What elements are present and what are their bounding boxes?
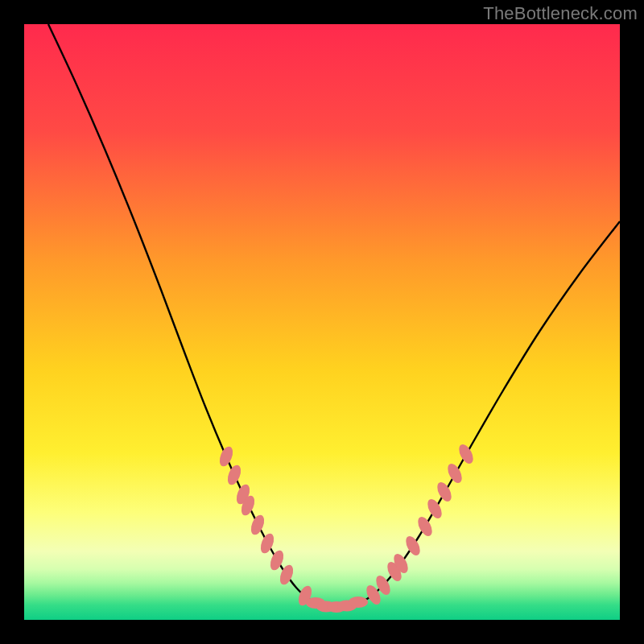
- watermark-text: TheBottleneck.com: [483, 3, 638, 24]
- curve-layer: [24, 24, 620, 620]
- plot-area: [24, 24, 620, 620]
- data-marker: [217, 444, 236, 468]
- data-marker: [456, 442, 477, 466]
- bottleneck-curve: [48, 24, 620, 607]
- data-marker: [249, 513, 267, 536]
- data-marker: [435, 480, 455, 504]
- data-marker: [403, 534, 423, 558]
- data-marker: [349, 597, 368, 608]
- data-marker: [415, 514, 436, 539]
- data-marker: [258, 531, 277, 555]
- data-marker: [445, 461, 465, 485]
- data-markers: [217, 442, 477, 613]
- data-marker: [425, 497, 445, 521]
- data-marker: [225, 463, 244, 486]
- viewport-frame: TheBottleneck.com: [0, 0, 644, 644]
